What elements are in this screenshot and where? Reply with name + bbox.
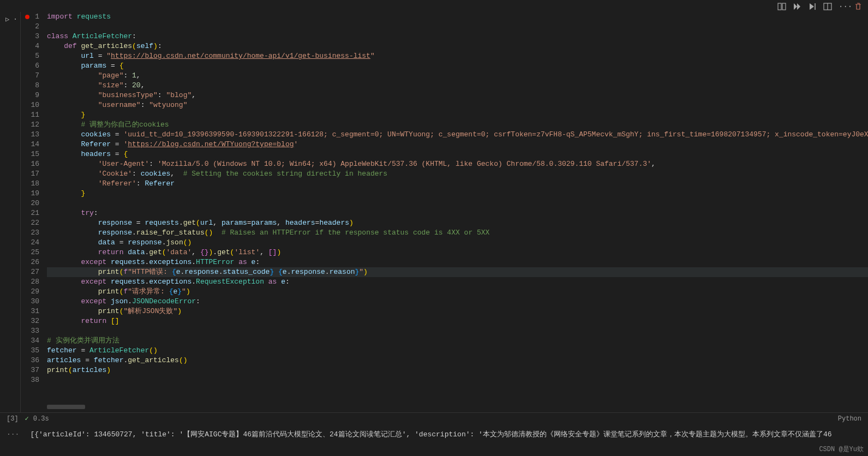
line-number: 4 <box>21 41 39 51</box>
code-line[interactable]: # 调整为你自己的cookies <box>47 120 868 130</box>
run-by-line-icon[interactable] <box>808 2 817 11</box>
code-line[interactable]: def get_articles(self): <box>47 41 868 51</box>
code-line[interactable]: except json.JSONDecodeError: <box>47 297 868 307</box>
line-numbers: 1234567891011121314151617181920212223242… <box>21 12 47 412</box>
line-number: 19 <box>21 189 39 199</box>
code-line[interactable]: articles = fetcher.get_articles() <box>47 356 868 365</box>
language-label[interactable]: Python <box>838 415 861 423</box>
run-cell-icon[interactable]: ▷ · <box>5 15 17 23</box>
line-number: 23 <box>21 228 39 238</box>
code-line[interactable]: 'Cookie': cookies, # Setting the cookies… <box>47 169 868 179</box>
line-number: 29 <box>21 287 39 297</box>
line-number: 26 <box>21 257 39 267</box>
line-number: 9 <box>21 91 39 100</box>
code-line[interactable]: Referer = 'https://blog.csdn.net/WTYuong… <box>47 140 868 149</box>
line-number: 17 <box>21 169 39 179</box>
output-text: [{'articleId': 134650727, 'title': '【网安A… <box>30 429 868 439</box>
run-all-icon[interactable] <box>793 2 801 11</box>
code-line[interactable]: return [] <box>47 316 868 326</box>
line-number: 33 <box>21 326 39 336</box>
line-number: 6 <box>21 61 39 71</box>
exec-time: 0.3s <box>33 415 49 423</box>
svg-rect-0 <box>778 3 781 10</box>
more-icon[interactable]: ··· <box>839 2 847 11</box>
line-number: 10 <box>21 100 39 110</box>
code-line[interactable]: return data.get('data', {}).get('list', … <box>47 248 868 257</box>
line-number: 35 <box>21 346 39 356</box>
line-number: 20 <box>21 199 39 208</box>
code-line[interactable]: } <box>47 189 868 199</box>
line-number: 24 <box>21 238 39 248</box>
code-line[interactable]: cookies = 'uuid_tt_dd=10_19396399590-169… <box>47 130 868 140</box>
line-number: 2 <box>21 22 39 32</box>
line-number: 12 <box>21 120 39 130</box>
exec-count: [3] <box>7 415 19 423</box>
line-number: 38 <box>21 375 39 385</box>
line-number: 28 <box>21 277 39 287</box>
code-line[interactable]: fetcher = ArticleFetcher() <box>47 346 868 356</box>
diff-icon[interactable] <box>777 2 786 11</box>
cell-status-bar: [3] ✓ 0.3s Python <box>0 412 868 424</box>
code-line[interactable]: except requests.exceptions.RequestExcept… <box>47 277 868 287</box>
cell-gutter: ▷ · <box>0 12 21 412</box>
line-number: 11 <box>21 110 39 120</box>
code-line[interactable]: print("解析JSON失败") <box>47 307 868 316</box>
output-area: ··· [{'articleId': 134650727, 'title': '… <box>0 424 868 444</box>
code-line[interactable]: "size": 20, <box>47 81 868 91</box>
breakpoint-icon[interactable] <box>25 15 29 19</box>
line-number: 13 <box>21 130 39 140</box>
code-line[interactable]: try: <box>47 208 868 218</box>
line-number: 16 <box>21 159 39 169</box>
code-line[interactable]: print(f"HTTP错误: {e.response.status_code}… <box>47 267 868 277</box>
line-number: 21 <box>21 208 39 218</box>
code-line[interactable]: 'User-Agent': 'Mozilla/5.0 (Windows NT 1… <box>47 159 868 169</box>
line-number: 1 <box>21 12 39 22</box>
line-number: 37 <box>21 365 39 375</box>
code-line[interactable]: headers = { <box>47 149 868 159</box>
line-number: 27 <box>21 267 39 277</box>
code-line[interactable] <box>47 199 868 208</box>
code-line[interactable]: print(f"请求异常: {e}") <box>47 287 868 297</box>
line-number: 5 <box>21 51 39 61</box>
code-line[interactable]: except requests.exceptions.HTTPError as … <box>47 257 868 267</box>
code-line[interactable]: # 实例化类并调用方法 <box>47 336 868 346</box>
check-icon: ✓ <box>25 415 29 423</box>
line-number: 31 <box>21 307 39 316</box>
svg-marker-3 <box>797 3 800 10</box>
line-number: 36 <box>21 356 39 365</box>
split-icon[interactable] <box>823 2 832 11</box>
svg-marker-2 <box>794 3 797 10</box>
code-line[interactable] <box>47 326 868 336</box>
line-number: 14 <box>21 140 39 149</box>
code-line[interactable]: class ArticleFetcher: <box>47 32 868 41</box>
horizontal-scrollbar[interactable] <box>47 405 85 409</box>
code-line[interactable]: params = { <box>47 61 868 71</box>
code-line[interactable]: data = response.json() <box>47 238 868 248</box>
watermark: CSDN @是Yu欸 <box>819 445 864 454</box>
line-number: 32 <box>21 316 39 326</box>
svg-marker-4 <box>810 3 814 10</box>
line-number: 18 <box>21 179 39 189</box>
code-line[interactable]: "page": 1, <box>47 71 868 81</box>
code-line[interactable]: response.raise_for_status() # Raises an … <box>47 228 868 238</box>
code-line[interactable]: import requests <box>47 12 868 22</box>
code-line[interactable]: "businessType": "blog", <box>47 91 868 100</box>
code-line[interactable]: } <box>47 110 868 120</box>
output-collapse-icon[interactable]: ··· <box>7 430 19 439</box>
line-number: 3 <box>21 32 39 41</box>
code-line[interactable] <box>47 22 868 32</box>
trash-icon[interactable] <box>854 2 863 11</box>
code-content[interactable]: import requestsclass ArticleFetcher: def… <box>47 12 868 412</box>
editor-toolbar: ··· <box>772 0 868 13</box>
code-editor[interactable]: ▷ · 123456789101112131415161718192021222… <box>0 12 868 412</box>
code-line[interactable]: url = "https://blog.csdn.net/community/h… <box>47 51 868 61</box>
line-number: 22 <box>21 218 39 228</box>
line-number: 15 <box>21 149 39 159</box>
code-line[interactable] <box>47 375 868 385</box>
line-number: 7 <box>21 71 39 81</box>
code-line[interactable]: "username": "wtyuong" <box>47 100 868 110</box>
line-number: 8 <box>21 81 39 91</box>
code-line[interactable]: 'Referer': Referer <box>47 179 868 189</box>
code-line[interactable]: print(articles) <box>47 365 868 375</box>
code-line[interactable]: response = requests.get(url, params=para… <box>47 218 868 228</box>
